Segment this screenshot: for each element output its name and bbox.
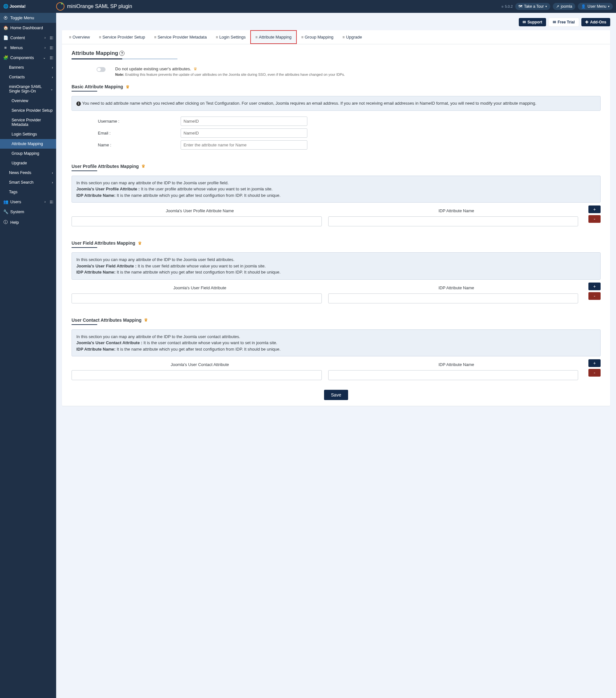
crown-icon: ♛ bbox=[144, 318, 148, 322]
idp-col-header: IDP Attribute Name bbox=[328, 208, 585, 213]
sidebar-item-news-feeds[interactable]: News Feeds› bbox=[0, 168, 56, 178]
do-not-update-toggle[interactable] bbox=[97, 67, 105, 72]
field-idp-input[interactable] bbox=[328, 293, 578, 303]
page-title: Attribute Mapping ? bbox=[72, 50, 601, 56]
title-underline bbox=[72, 58, 177, 59]
name-label: Name : bbox=[72, 142, 181, 148]
take-tour-button[interactable]: 🗺Take a Tour▾ bbox=[515, 3, 550, 10]
sidebar-item-system[interactable]: 🔧System bbox=[0, 207, 56, 217]
tab-group-mapping[interactable]: Group Mapping bbox=[297, 30, 338, 44]
sidebar-item-components[interactable]: 🧩Components⌄ bbox=[0, 53, 56, 62]
profile-col1-header: Joomla's User Profile Attribute Name bbox=[72, 208, 328, 213]
contact-info-box: In this section you can map any attribut… bbox=[72, 330, 601, 357]
sidebar-item-login-settings[interactable]: Login Settings bbox=[0, 129, 56, 139]
field-info-box: In this section you can map any attribut… bbox=[72, 252, 601, 280]
field-joomla-input[interactable] bbox=[72, 293, 322, 303]
list-icon bbox=[301, 35, 303, 40]
sidebar-item-menus[interactable]: ≡Menus› bbox=[0, 43, 56, 53]
tab-upgrade[interactable]: Upgrade bbox=[338, 30, 367, 44]
help-icon[interactable]: ? bbox=[119, 51, 125, 56]
section-field-title: User Field Attributes Mapping♛ bbox=[72, 240, 601, 246]
toggle-note: Note: Enabling this feature prevents the… bbox=[115, 72, 345, 76]
plugin-icon bbox=[56, 2, 65, 11]
list-icon bbox=[154, 35, 156, 40]
crown-icon: ♛ bbox=[194, 67, 197, 71]
profile-remove-button[interactable]: - bbox=[588, 215, 601, 223]
contact-idp-input[interactable] bbox=[328, 370, 578, 380]
info-icon: i bbox=[76, 101, 81, 106]
save-button[interactable]: Save bbox=[324, 390, 348, 400]
tab-sp-metadata[interactable]: Service Provider Metadata bbox=[149, 30, 211, 44]
version-label: ⨳ 5.0.2 bbox=[501, 4, 513, 8]
profile-info-box: In this section you can map any attribut… bbox=[72, 176, 601, 203]
contact-joomla-input[interactable] bbox=[72, 370, 322, 380]
grid-icon[interactable] bbox=[49, 36, 53, 40]
sidebar-item-overview[interactable]: Overview bbox=[0, 96, 56, 106]
support-button[interactable]: ✉ Support bbox=[519, 18, 546, 26]
list-icon bbox=[216, 35, 218, 40]
profile-joomla-input[interactable] bbox=[72, 217, 322, 226]
sidebar-item-smart-search[interactable]: Smart Search› bbox=[0, 178, 56, 187]
section-contact-title: User Contact Attributes Mapping♛ bbox=[72, 318, 601, 323]
name-input[interactable] bbox=[181, 140, 307, 150]
sidebar-item-tags[interactable]: Tags bbox=[0, 187, 56, 197]
idp-col-header: IDP Attribute Name bbox=[328, 362, 585, 367]
list-icon bbox=[69, 35, 71, 40]
profile-add-button[interactable]: + bbox=[588, 206, 601, 213]
tab-login-settings[interactable]: Login Settings bbox=[211, 30, 250, 44]
section-profile-title: User Profile Attributes Mapping♛ bbox=[72, 164, 601, 169]
joomla-logo[interactable]: 🌐 Joomla! bbox=[3, 3, 56, 9]
sidebar-item-sp-setup[interactable]: Service Provider Setup bbox=[0, 106, 56, 115]
field-col1-header: Joomla's User Field Attribute bbox=[72, 285, 328, 290]
addons-button[interactable]: ✚ Add-Ons bbox=[581, 18, 610, 26]
email-input[interactable] bbox=[181, 128, 307, 138]
crown-icon: ♛ bbox=[138, 241, 142, 246]
toggle-label: Do not update existing user's attributes… bbox=[115, 67, 345, 71]
sidebar-item-banners[interactable]: Banners› bbox=[0, 62, 56, 72]
profile-idp-input[interactable] bbox=[328, 217, 578, 226]
tab-sp-setup[interactable]: Service Provider Setup bbox=[94, 30, 149, 44]
sidebar-item-content[interactable]: 📄Content› bbox=[0, 33, 56, 43]
sidebar-item-contacts[interactable]: Contacts› bbox=[0, 72, 56, 82]
list-icon bbox=[342, 35, 345, 40]
svg-text:🌐 Joomla!: 🌐 Joomla! bbox=[3, 3, 26, 9]
grid-icon[interactable] bbox=[49, 200, 53, 204]
contact-remove-button[interactable]: - bbox=[588, 369, 601, 377]
idp-col-header: IDP Attribute Name bbox=[328, 285, 585, 290]
section-basic-title: Basic Attribute Mapping♛ bbox=[72, 84, 601, 89]
email-label: Email : bbox=[72, 131, 181, 136]
grid-icon[interactable] bbox=[49, 46, 53, 50]
tab-attribute-mapping[interactable]: Attribute Mapping bbox=[250, 30, 297, 44]
crown-icon: ♛ bbox=[126, 84, 130, 89]
free-trial-button[interactable]: ✉ Free Trial bbox=[549, 18, 579, 26]
site-link-button[interactable]: ↗joomla bbox=[553, 3, 575, 10]
sidebar-item-miniorange-saml[interactable]: miniOrange SAML Single Sign-On⌄ bbox=[0, 82, 56, 96]
field-remove-button[interactable]: - bbox=[588, 292, 601, 300]
basic-info-box: iYou need to add attribute name which yo… bbox=[72, 96, 601, 111]
toggle-menu-button[interactable]: ⦿Toggle Menu bbox=[0, 13, 56, 23]
username-label: Username : bbox=[72, 119, 181, 124]
plugin-title: miniOrange SAML SP plugin bbox=[67, 3, 132, 9]
user-menu-button[interactable]: 👤User Menu▾ bbox=[578, 3, 613, 10]
sidebar-item-upgrade[interactable]: Upgrade bbox=[0, 158, 56, 168]
sidebar-item-help[interactable]: ⓘHelp bbox=[0, 217, 56, 228]
crown-icon: ♛ bbox=[142, 164, 145, 169]
sidebar-item-group-mapping[interactable]: Group Mapping bbox=[0, 149, 56, 158]
username-input[interactable] bbox=[181, 116, 307, 126]
sidebar-item-users[interactable]: 👥Users› bbox=[0, 197, 56, 207]
sidebar-item-sp-metadata[interactable]: Service Provider Metadata bbox=[0, 115, 56, 129]
field-add-button[interactable]: + bbox=[588, 282, 601, 290]
tab-overview[interactable]: Overview bbox=[65, 30, 94, 44]
grid-icon[interactable] bbox=[49, 56, 53, 59]
list-icon bbox=[255, 35, 258, 40]
sidebar-item-attribute-mapping[interactable]: Attribute Mapping bbox=[0, 139, 56, 149]
contact-add-button[interactable]: + bbox=[588, 359, 601, 367]
sidebar-item-home[interactable]: 🏠Home Dashboard bbox=[0, 23, 56, 33]
contact-col1-header: Joomla's User Contact Attribute bbox=[72, 362, 328, 367]
list-icon bbox=[99, 35, 101, 40]
